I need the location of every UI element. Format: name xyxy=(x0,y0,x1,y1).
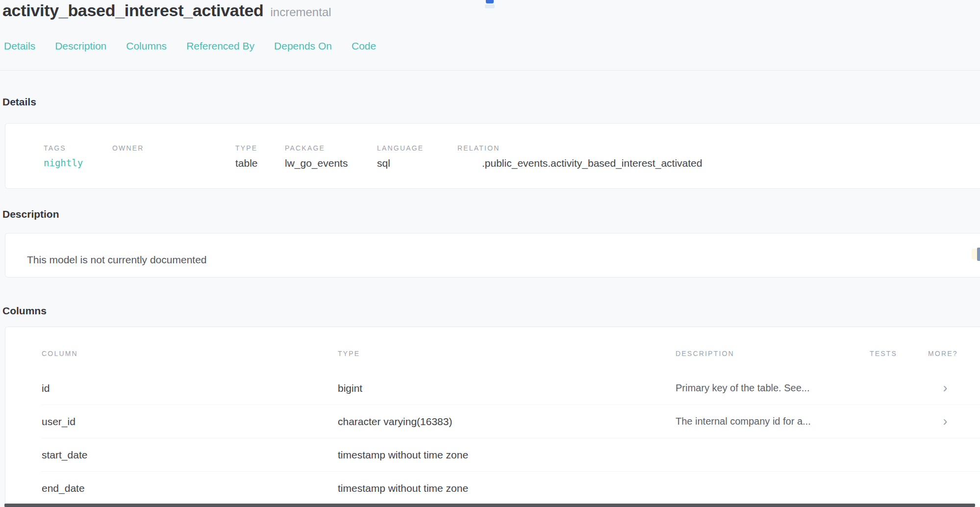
header-tests: TESTS xyxy=(870,350,928,357)
column-type: timestamp without time zone xyxy=(338,482,676,494)
clipped-top-element-glow xyxy=(485,4,495,8)
columns-table-header: COLUMN TYPE DESCRIPTION TESTS MORE? xyxy=(42,327,980,372)
chevron-right-icon[interactable]: › xyxy=(928,381,962,395)
table-row-end-date: end_date timestamp without time zone xyxy=(42,472,980,505)
page-title: activity_based_interest_activatedincreme… xyxy=(2,1,331,20)
column-name: id xyxy=(42,382,338,394)
column-name: user_id xyxy=(42,416,338,428)
header-description: DESCRIPTION xyxy=(676,350,870,357)
tab-referenced-by[interactable]: Referenced By xyxy=(186,40,254,52)
field-language: LANGUAGE sql xyxy=(377,144,457,169)
field-package: PACKAGE lw_go_events xyxy=(285,144,377,169)
field-owner: OWNER xyxy=(112,144,235,169)
description-panel: This model is not currently documented xyxy=(5,233,980,278)
columns-table: COLUMN TYPE DESCRIPTION TESTS MORE? id b… xyxy=(5,327,980,505)
column-description: The internal company id for a... xyxy=(676,416,870,427)
field-type-value: table xyxy=(235,157,285,169)
clipped-right-element xyxy=(977,248,980,261)
column-type: timestamp without time zone xyxy=(338,449,676,461)
column-name: end_date xyxy=(42,482,338,494)
materialization-label: incremental xyxy=(271,5,331,19)
table-row-start-date: start_date timestamp without time zone xyxy=(42,438,980,472)
field-owner-label: OWNER xyxy=(112,144,235,152)
columns-section-heading: Columns xyxy=(2,305,47,317)
column-type: character varying(16383) xyxy=(338,416,676,428)
tab-description[interactable]: Description xyxy=(55,40,106,52)
field-package-value: lw_go_events xyxy=(285,157,377,169)
tab-details[interactable]: Details xyxy=(4,40,35,52)
field-type: TYPE table xyxy=(235,144,285,169)
header-column: COLUMN xyxy=(42,350,338,357)
header-divider xyxy=(0,70,980,71)
field-tags-label: TAGS xyxy=(44,144,112,152)
header-more: MORE? xyxy=(928,350,962,357)
columns-panel: COLUMN TYPE DESCRIPTION TESTS MORE? id b… xyxy=(5,327,980,507)
field-language-value: sql xyxy=(377,157,457,169)
column-type: bigint xyxy=(338,382,676,394)
field-relation: RELATION .public_events.activity_based_i… xyxy=(457,144,970,169)
chevron-right-icon[interactable]: › xyxy=(928,415,962,428)
field-relation-value: .public_events.activity_based_interest_a… xyxy=(457,157,970,169)
description-section-heading: Description xyxy=(2,208,59,220)
tag-link-nightly[interactable]: nightly xyxy=(44,157,112,168)
tab-depends-on[interactable]: Depends On xyxy=(274,40,332,52)
field-relation-label: RELATION xyxy=(457,144,970,152)
table-row-id[interactable]: id bigint Primary key of the table. See.… xyxy=(42,372,980,405)
details-section-heading: Details xyxy=(2,96,36,108)
tab-code[interactable]: Code xyxy=(352,40,376,52)
column-description: Primary key of the table. See... xyxy=(676,382,870,394)
field-tags: TAGS nightly xyxy=(44,144,112,169)
clipped-bottom-bar xyxy=(4,504,975,507)
description-text: This model is not currently documented xyxy=(5,233,980,266)
details-panel: TAGS nightly OWNER TYPE table PACKAGE lw… xyxy=(5,123,980,189)
anchor-tabs: Details Description Columns Referenced B… xyxy=(4,40,376,52)
clipped-top-element xyxy=(486,0,494,3)
column-name: start_date xyxy=(42,449,338,461)
field-language-label: LANGUAGE xyxy=(377,144,457,152)
table-row-user-id[interactable]: user_id character varying(16383) The int… xyxy=(42,405,980,438)
details-fields-row: TAGS nightly OWNER TYPE table PACKAGE lw… xyxy=(5,124,980,169)
field-package-label: PACKAGE xyxy=(285,144,377,152)
tab-columns[interactable]: Columns xyxy=(126,40,167,52)
header-type: TYPE xyxy=(338,350,676,357)
model-name: activity_based_interest_activated xyxy=(2,1,264,20)
field-type-label: TYPE xyxy=(235,144,285,152)
